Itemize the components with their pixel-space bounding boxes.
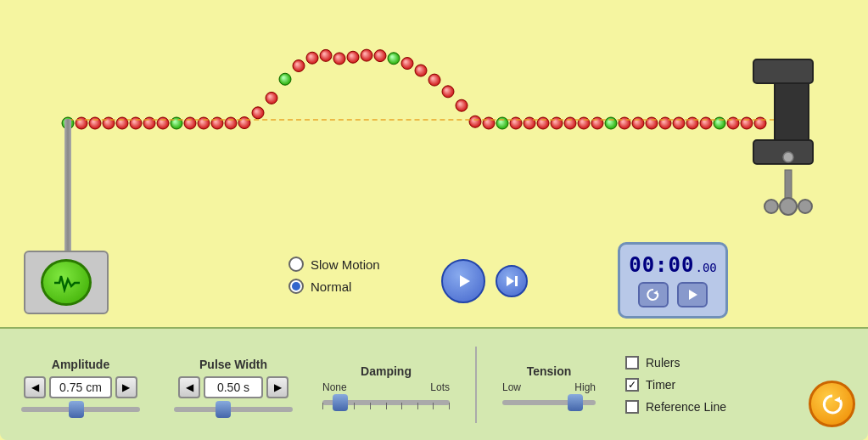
damping-none-label: None (322, 381, 347, 393)
normal-label: Normal (311, 279, 351, 294)
generator-button[interactable] (41, 259, 92, 306)
svg-point-4 (780, 198, 797, 215)
svg-point-6 (798, 200, 812, 213)
svg-marker-11 (653, 291, 658, 295)
tension-section: Tension Low High (498, 364, 600, 405)
timer-reset-button[interactable] (638, 282, 669, 307)
tension-thumb[interactable] (568, 394, 583, 411)
timer-buttons (638, 282, 708, 307)
svg-marker-12 (689, 290, 697, 300)
reference-line-row[interactable]: Reference Line (625, 400, 726, 414)
amplitude-label: Amplitude (52, 358, 109, 371)
amplitude-value: 0.75 cm (49, 376, 112, 398)
amplitude-increase[interactable]: ▶ (115, 376, 137, 398)
play-button[interactable] (441, 259, 485, 303)
pulse-width-track (174, 407, 293, 412)
svg-marker-9 (507, 276, 514, 286)
tension-label: Tension (527, 364, 572, 378)
reference-line (68, 119, 775, 121)
amplitude-track (21, 407, 140, 412)
pulse-width-decrease[interactable]: ◀ (178, 376, 200, 398)
amplitude-controls: ◀ 0.75 cm ▶ (24, 376, 137, 398)
slow-motion-option[interactable]: Slow Motion (288, 257, 380, 272)
slow-motion-radio[interactable] (288, 257, 304, 272)
checkbox-section: Rulers ✓ Timer Reference Line (625, 356, 726, 414)
left-pole (64, 119, 71, 255)
svg-rect-10 (515, 276, 518, 286)
svg-point-7 (783, 152, 793, 162)
damping-thumb[interactable] (333, 394, 348, 411)
play-controls (441, 259, 528, 303)
normal-radio[interactable] (288, 279, 304, 294)
damping-track (322, 400, 450, 405)
timer-label: Timer (646, 378, 675, 392)
pulse-width-section: Pulse Width ◀ 0.50 s ▶ (165, 358, 301, 412)
generator-box (24, 251, 109, 314)
speed-controls: Slow Motion Normal (288, 257, 380, 294)
amplitude-section: Amplitude ◀ 0.75 cm ▶ (13, 358, 148, 412)
amplitude-thumb[interactable] (69, 401, 84, 418)
damping-label: Damping (361, 364, 412, 378)
timer-display: 00:00 (629, 253, 694, 277)
timer-row[interactable]: ✓ Timer (625, 378, 726, 392)
pulse-width-value: 0.50 s (204, 376, 263, 398)
pulse-width-controls: ◀ 0.50 s ▶ (178, 376, 288, 398)
right-clamp (749, 51, 826, 221)
divider (475, 347, 477, 423)
damping-section: Damping None Lots (318, 364, 454, 405)
amplitude-decrease[interactable]: ◀ (24, 376, 46, 398)
svg-rect-1 (753, 59, 813, 83)
pulse-width-label: Pulse Width (199, 358, 267, 371)
timer-play-button[interactable] (677, 282, 708, 307)
wave-canvas (0, 0, 868, 327)
reset-button[interactable] (809, 381, 855, 427)
svg-marker-8 (460, 275, 470, 287)
rulers-checkbox[interactable] (625, 356, 639, 369)
rulers-label: Rulers (646, 356, 680, 369)
timer-checkbox[interactable]: ✓ (625, 378, 639, 392)
timer-centiseconds: .00 (695, 261, 716, 274)
svg-rect-2 (753, 140, 813, 164)
tension-high-label: High (574, 381, 596, 393)
reference-line-checkbox[interactable] (625, 400, 639, 414)
tension-track (502, 400, 596, 405)
svg-point-5 (764, 200, 778, 213)
pulse-width-thumb[interactable] (216, 401, 231, 418)
rulers-row[interactable]: Rulers (625, 356, 726, 369)
pulse-width-increase[interactable]: ▶ (266, 376, 288, 398)
damping-lots-label: Lots (430, 381, 450, 393)
step-button[interactable] (496, 265, 528, 297)
slow-motion-label: Slow Motion (311, 257, 380, 272)
timer-box: 00:00 .00 (618, 242, 728, 319)
tension-low-label: Low (502, 381, 521, 393)
svg-marker-13 (834, 397, 840, 403)
controls-panel: Amplitude ◀ 0.75 cm ▶ Pulse Width ◀ 0.50… (0, 327, 868, 440)
reference-line-label: Reference Line (646, 400, 726, 414)
normal-option[interactable]: Normal (288, 279, 380, 294)
